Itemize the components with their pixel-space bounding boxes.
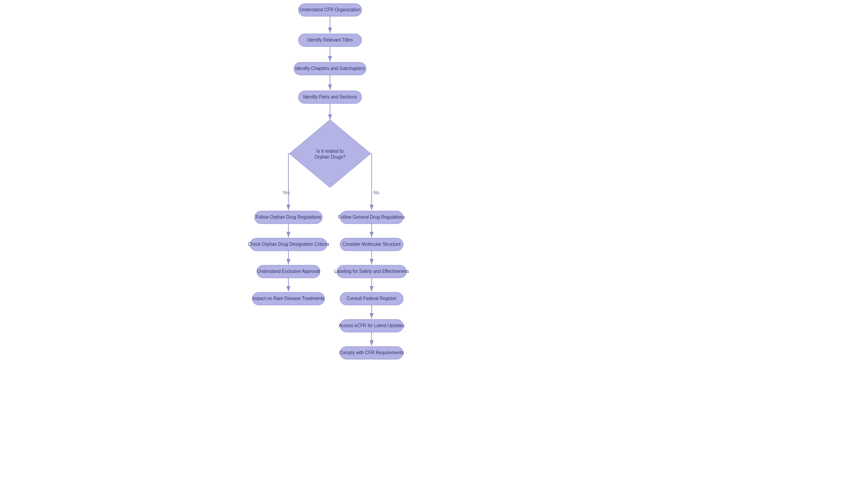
node-identify-parts-text: Identify Parts and Sections — [303, 94, 357, 99]
node-check-orphan-text: Check Orphan Drug Designation Criteria — [248, 242, 329, 247]
node-impact-rare-text: Impact on Rare Disease Treatments — [252, 296, 325, 301]
node-diamond-text2: Orphan Drugs? — [315, 155, 346, 160]
label-no: No — [373, 190, 379, 195]
node-diamond — [289, 120, 371, 188]
node-access-ecfr-text: Access eCFR for Latest Updates — [339, 323, 405, 328]
node-understand-exclusive-text: Understand Exclusive Approval — [257, 269, 320, 274]
node-comply-cfr-text: Comply with CFR Requirements — [340, 350, 404, 355]
node-identify-titles-text: Identify Relevant Titles — [307, 38, 353, 42]
label-yes: Yes — [283, 190, 290, 195]
node-consult-federal-text: Consult Federal Register — [347, 296, 397, 301]
node-identify-chapters-text: Identify Chapters and Subchapters — [295, 66, 365, 71]
flowchart-container: Understand CFR Organization Identify Rel… — [0, 0, 868, 488]
flowchart-svg: Understand CFR Organization Identify Rel… — [0, 0, 868, 488]
node-follow-orphan-text: Follow Orphan Drug Regulations — [255, 215, 321, 220]
node-diamond-text: Is it related to — [316, 149, 344, 154]
node-follow-general-text: Follow General Drug Regulations — [338, 215, 405, 220]
node-labeling-safety-text: Labeling for Safety and Effectiveness — [335, 269, 409, 274]
node-understand-cfr-text: Understand CFR Organization — [300, 7, 361, 12]
node-consider-molecular-text: Consider Molecular Structure — [342, 242, 401, 247]
